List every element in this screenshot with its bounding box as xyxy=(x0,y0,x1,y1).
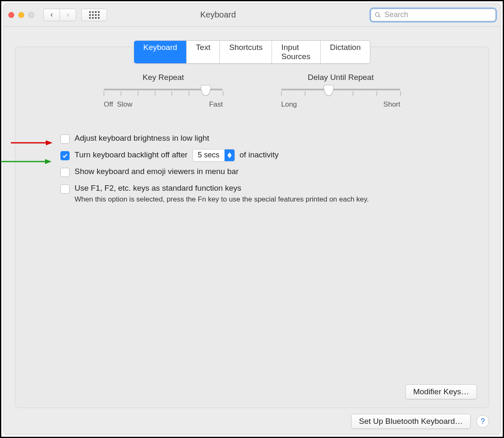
delay-until-repeat-block: Delay Until Repeat Long xyxy=(281,73,400,109)
key-repeat-range-labels: Off Slow Fast xyxy=(104,100,223,109)
svg-point-0 xyxy=(375,12,379,16)
tab-text[interactable]: Text xyxy=(187,41,220,63)
delay-range-labels: Long Short xyxy=(281,100,400,109)
titlebar: Keyboard xyxy=(3,3,501,27)
tab-shortcuts[interactable]: Shortcuts xyxy=(220,41,272,63)
key-repeat-fast-label: Fast xyxy=(209,100,223,109)
show-viewers-label: Show keyboard and emoji viewers in menu … xyxy=(75,167,239,176)
delay-until-repeat-knob[interactable] xyxy=(324,85,334,96)
tab-input-sources[interactable]: Input Sources xyxy=(272,41,321,63)
main-panel: Keyboard Text Shortcuts Input Sources Di… xyxy=(15,47,489,408)
backlight-off-row: Turn keyboard backlight off after 5 secs… xyxy=(60,150,477,160)
footer: Set Up Bluetooth Keyboard… ? xyxy=(15,408,489,429)
tab-bar: Keyboard Text Shortcuts Input Sources Di… xyxy=(134,40,370,64)
setup-bluetooth-keyboard-button[interactable]: Set Up Bluetooth Keyboard… xyxy=(351,414,471,429)
adjust-brightness-label: Adjust keyboard brightness in low light xyxy=(75,134,209,143)
chevron-right-icon xyxy=(65,12,71,18)
show-viewers-checkbox[interactable] xyxy=(60,168,70,177)
stepper-arrows-icon xyxy=(225,149,235,161)
minimize-window-button[interactable] xyxy=(18,12,24,18)
tab-dictation[interactable]: Dictation xyxy=(321,41,370,63)
backlight-off-checkbox[interactable] xyxy=(60,151,70,160)
svg-marker-2 xyxy=(227,152,232,155)
tab-keyboard[interactable]: Keyboard xyxy=(134,41,187,63)
backlight-timeout-value: 5 secs xyxy=(193,151,225,159)
back-button[interactable] xyxy=(43,9,60,21)
zoom-window-button xyxy=(28,12,34,18)
options-list: Adjust keyboard brightness in low light … xyxy=(60,134,477,204)
backlight-timeout-select[interactable]: 5 secs xyxy=(192,149,235,162)
help-button[interactable]: ? xyxy=(477,415,489,428)
body: Keyboard Text Shortcuts Input Sources Di… xyxy=(3,27,501,435)
close-window-button[interactable] xyxy=(8,12,14,18)
key-repeat-slider[interactable] xyxy=(104,85,223,97)
search-input[interactable] xyxy=(384,10,492,20)
chevron-left-icon xyxy=(49,12,55,18)
fn-keys-checkbox[interactable] xyxy=(60,184,70,194)
sliders-row: Key Repeat xyxy=(27,73,477,109)
fn-keys-label: Use F1, F2, etc. keys as standard functi… xyxy=(75,184,241,193)
key-repeat-knob[interactable] xyxy=(201,85,211,96)
key-repeat-off-label: Off Slow xyxy=(104,100,132,109)
fn-keys-sub-label: When this option is selected, press the … xyxy=(75,195,477,204)
delay-until-repeat-label: Delay Until Repeat xyxy=(308,73,374,82)
show-viewers-row: Show keyboard and emoji viewers in menu … xyxy=(60,167,477,177)
adjust-brightness-checkbox[interactable] xyxy=(60,134,70,144)
modifier-keys-button[interactable]: Modifier Keys… xyxy=(405,384,477,399)
key-repeat-block: Key Repeat xyxy=(104,73,223,109)
svg-line-1 xyxy=(379,16,380,17)
question-mark-icon: ? xyxy=(481,417,485,426)
delay-long-label: Long xyxy=(281,100,297,109)
delay-short-label: Short xyxy=(383,100,400,109)
window-controls xyxy=(8,12,38,18)
fn-keys-row: Use F1, F2, etc. keys as standard functi… xyxy=(60,184,477,204)
preferences-window: Keyboard Keyboard Text Shortcuts Input S… xyxy=(3,3,501,435)
search-icon xyxy=(374,12,381,18)
svg-marker-3 xyxy=(227,155,232,158)
adjust-brightness-row: Adjust keyboard brightness in low light xyxy=(60,134,477,144)
backlight-off-label: Turn keyboard backlight off after 5 secs… xyxy=(75,150,279,160)
key-repeat-label: Key Repeat xyxy=(142,73,184,82)
delay-until-repeat-slider[interactable] xyxy=(281,85,400,97)
window-title: Keyboard xyxy=(70,10,366,20)
search-field[interactable] xyxy=(371,9,496,21)
